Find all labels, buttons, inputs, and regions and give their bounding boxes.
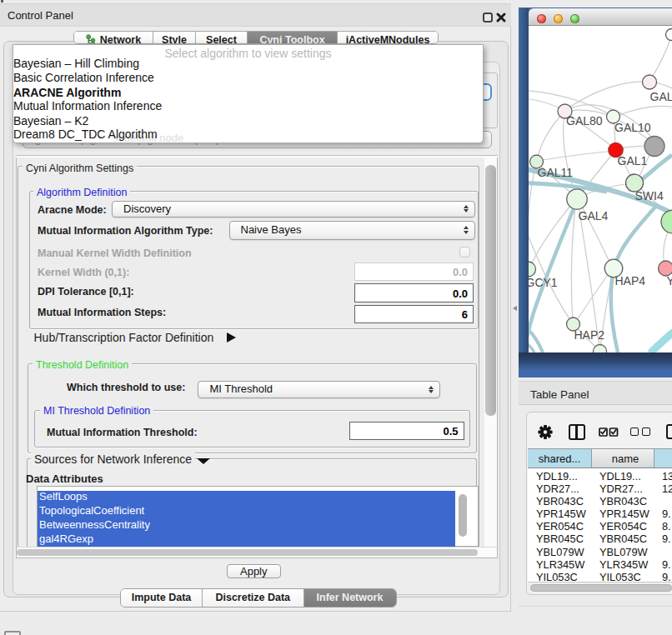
svg-text:GAL4: GAL4 (579, 209, 609, 222)
svg-text:HAP2: HAP2 (574, 328, 605, 342)
svg-text:GAL10: GAL10 (614, 121, 651, 134)
svg-text:Y: Y (667, 274, 672, 288)
svg-text:HAP4: HAP4 (615, 274, 646, 288)
svg-text:GAL11: GAL11 (538, 166, 574, 179)
svg-text:GAL1: GAL1 (618, 154, 648, 168)
svg-text:GAL2: GAL2 (650, 90, 672, 103)
svg-text:GCY1: GCY1 (529, 276, 558, 289)
svg-text:SWI4: SWI4 (635, 189, 664, 202)
svg-text:GAL80: GAL80 (566, 114, 603, 128)
